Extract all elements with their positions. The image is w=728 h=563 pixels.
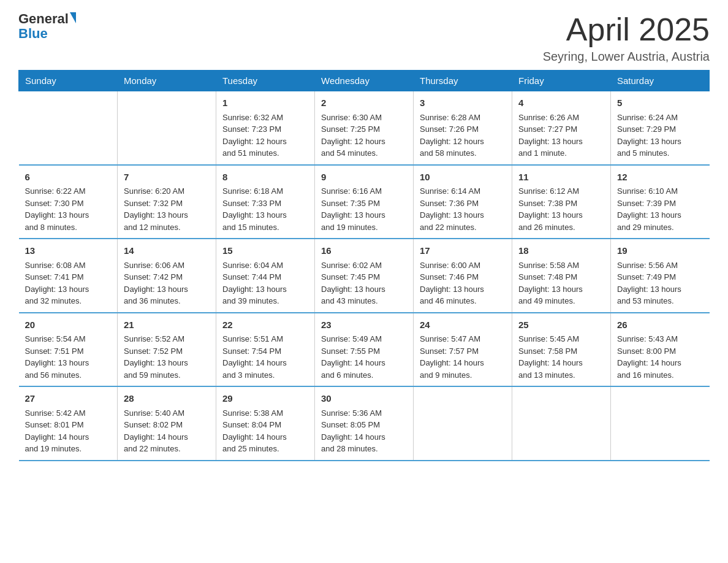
day-info: Sunrise: 5:56 AM Sunset: 7:49 PM Dayligh…	[617, 259, 703, 307]
day-info: Sunrise: 6:12 AM Sunset: 7:38 PM Dayligh…	[518, 185, 604, 233]
day-number: 4	[518, 96, 604, 110]
day-info: Sunrise: 6:02 AM Sunset: 7:45 PM Dayligh…	[321, 259, 407, 307]
calendar-table: SundayMondayTuesdayWednesdayThursdayFrid…	[18, 70, 710, 461]
header-row: SundayMondayTuesdayWednesdayThursdayFrid…	[19, 71, 710, 91]
day-info: Sunrise: 6:24 AM Sunset: 7:29 PM Dayligh…	[617, 112, 703, 159]
calendar-cell: 23Sunrise: 5:49 AM Sunset: 7:55 PM Dayli…	[315, 313, 414, 387]
day-info: Sunrise: 6:20 AM Sunset: 7:32 PM Dayligh…	[124, 185, 210, 233]
calendar-cell: 22Sunrise: 5:51 AM Sunset: 7:54 PM Dayli…	[216, 313, 315, 387]
day-info: Sunrise: 5:47 AM Sunset: 7:57 PM Dayligh…	[420, 333, 506, 381]
header-day-tuesday: Tuesday	[216, 71, 315, 91]
day-info: Sunrise: 5:42 AM Sunset: 8:01 PM Dayligh…	[25, 407, 112, 455]
calendar-cell: 19Sunrise: 5:56 AM Sunset: 7:49 PM Dayli…	[611, 239, 710, 313]
day-info: Sunrise: 5:54 AM Sunset: 7:51 PM Dayligh…	[25, 333, 112, 381]
day-info: Sunrise: 5:49 AM Sunset: 7:55 PM Dayligh…	[321, 333, 407, 381]
day-number: 12	[617, 170, 703, 185]
month-title: April 2025	[543, 12, 710, 47]
calendar-cell: 24Sunrise: 5:47 AM Sunset: 7:57 PM Dayli…	[414, 313, 512, 387]
calendar-cell: 21Sunrise: 5:52 AM Sunset: 7:52 PM Dayli…	[118, 313, 216, 387]
day-number: 11	[518, 170, 604, 185]
calendar-cell: 17Sunrise: 6:00 AM Sunset: 7:46 PM Dayli…	[414, 239, 512, 313]
day-info: Sunrise: 6:14 AM Sunset: 7:36 PM Dayligh…	[420, 185, 506, 233]
calendar-cell: 12Sunrise: 6:10 AM Sunset: 7:39 PM Dayli…	[611, 165, 710, 239]
day-info: Sunrise: 6:22 AM Sunset: 7:30 PM Dayligh…	[25, 185, 112, 233]
day-info: Sunrise: 6:00 AM Sunset: 7:46 PM Dayligh…	[420, 259, 506, 307]
calendar-cell	[414, 386, 512, 461]
calendar-cell: 5Sunrise: 6:24 AM Sunset: 7:29 PM Daylig…	[611, 91, 710, 165]
week-row-4: 20Sunrise: 5:54 AM Sunset: 7:51 PM Dayli…	[19, 313, 710, 387]
day-number: 21	[124, 318, 210, 332]
header-day-monday: Monday	[118, 71, 216, 91]
day-info: Sunrise: 5:52 AM Sunset: 7:52 PM Dayligh…	[124, 333, 210, 381]
day-info: Sunrise: 5:40 AM Sunset: 8:02 PM Dayligh…	[124, 407, 210, 455]
day-info: Sunrise: 5:36 AM Sunset: 8:05 PM Dayligh…	[321, 407, 407, 455]
page-header: General Blue April 2025 Seyring, Lower A…	[18, 12, 710, 64]
week-row-2: 6Sunrise: 6:22 AM Sunset: 7:30 PM Daylig…	[19, 165, 710, 239]
day-info: Sunrise: 5:38 AM Sunset: 8:04 PM Dayligh…	[222, 407, 308, 455]
day-number: 9	[321, 170, 407, 185]
day-number: 16	[321, 244, 407, 258]
day-number: 24	[420, 318, 506, 332]
day-info: Sunrise: 5:58 AM Sunset: 7:48 PM Dayligh…	[518, 259, 604, 307]
day-info: Sunrise: 5:51 AM Sunset: 7:54 PM Dayligh…	[222, 333, 308, 381]
header-day-sunday: Sunday	[19, 71, 118, 91]
day-number: 8	[222, 170, 308, 185]
week-row-1: 1Sunrise: 6:32 AM Sunset: 7:23 PM Daylig…	[19, 91, 710, 165]
day-info: Sunrise: 6:04 AM Sunset: 7:44 PM Dayligh…	[222, 259, 308, 307]
calendar-cell: 8Sunrise: 6:18 AM Sunset: 7:33 PM Daylig…	[216, 165, 315, 239]
logo-triangle-icon	[70, 12, 76, 23]
calendar-cell: 20Sunrise: 5:54 AM Sunset: 7:51 PM Dayli…	[19, 313, 118, 387]
day-info: Sunrise: 6:06 AM Sunset: 7:42 PM Dayligh…	[124, 259, 210, 307]
day-info: Sunrise: 6:30 AM Sunset: 7:25 PM Dayligh…	[321, 112, 407, 159]
day-number: 26	[617, 318, 703, 332]
day-number: 15	[222, 244, 308, 258]
calendar-cell	[118, 91, 216, 165]
day-number: 5	[617, 96, 703, 110]
day-info: Sunrise: 5:43 AM Sunset: 8:00 PM Dayligh…	[617, 333, 703, 381]
calendar-cell: 29Sunrise: 5:38 AM Sunset: 8:04 PM Dayli…	[216, 386, 315, 461]
calendar-cell: 18Sunrise: 5:58 AM Sunset: 7:48 PM Dayli…	[512, 239, 611, 313]
day-info: Sunrise: 6:28 AM Sunset: 7:26 PM Dayligh…	[420, 112, 506, 159]
day-number: 13	[25, 244, 112, 258]
day-info: Sunrise: 5:45 AM Sunset: 7:58 PM Dayligh…	[518, 333, 604, 381]
calendar-cell: 14Sunrise: 6:06 AM Sunset: 7:42 PM Dayli…	[118, 239, 216, 313]
day-number: 7	[124, 170, 210, 185]
header-day-thursday: Thursday	[414, 71, 512, 91]
header-day-friday: Friday	[512, 71, 611, 91]
calendar-cell: 1Sunrise: 6:32 AM Sunset: 7:23 PM Daylig…	[216, 91, 315, 165]
calendar-cell: 11Sunrise: 6:12 AM Sunset: 7:38 PM Dayli…	[512, 165, 611, 239]
day-number: 23	[321, 318, 407, 332]
calendar-cell	[512, 386, 611, 461]
header-day-wednesday: Wednesday	[315, 71, 414, 91]
day-number: 27	[25, 392, 112, 406]
day-info: Sunrise: 6:16 AM Sunset: 7:35 PM Dayligh…	[321, 185, 407, 233]
calendar-cell: 26Sunrise: 5:43 AM Sunset: 8:00 PM Dayli…	[611, 313, 710, 387]
calendar-cell: 27Sunrise: 5:42 AM Sunset: 8:01 PM Dayli…	[19, 386, 118, 461]
calendar-cell: 15Sunrise: 6:04 AM Sunset: 7:44 PM Dayli…	[216, 239, 315, 313]
day-number: 3	[420, 96, 506, 110]
calendar-cell: 7Sunrise: 6:20 AM Sunset: 7:32 PM Daylig…	[118, 165, 216, 239]
day-number: 25	[518, 318, 604, 332]
calendar-cell: 13Sunrise: 6:08 AM Sunset: 7:41 PM Dayli…	[19, 239, 118, 313]
week-row-5: 27Sunrise: 5:42 AM Sunset: 8:01 PM Dayli…	[19, 386, 710, 461]
calendar-cell: 3Sunrise: 6:28 AM Sunset: 7:26 PM Daylig…	[414, 91, 512, 165]
week-row-3: 13Sunrise: 6:08 AM Sunset: 7:41 PM Dayli…	[19, 239, 710, 313]
calendar-body: 1Sunrise: 6:32 AM Sunset: 7:23 PM Daylig…	[19, 91, 710, 461]
calendar-cell: 6Sunrise: 6:22 AM Sunset: 7:30 PM Daylig…	[19, 165, 118, 239]
day-number: 28	[124, 392, 210, 406]
day-info: Sunrise: 6:08 AM Sunset: 7:41 PM Dayligh…	[25, 259, 112, 307]
calendar-cell	[611, 386, 710, 461]
day-number: 14	[124, 244, 210, 258]
logo: General Blue	[18, 12, 76, 42]
day-info: Sunrise: 6:18 AM Sunset: 7:33 PM Dayligh…	[222, 185, 308, 233]
day-number: 20	[25, 318, 112, 332]
calendar-cell: 2Sunrise: 6:30 AM Sunset: 7:25 PM Daylig…	[315, 91, 414, 165]
logo-general-text: General	[18, 12, 69, 26]
location-subtitle: Seyring, Lower Austria, Austria	[543, 50, 710, 64]
day-number: 29	[222, 392, 308, 406]
calendar-cell: 28Sunrise: 5:40 AM Sunset: 8:02 PM Dayli…	[118, 386, 216, 461]
calendar-cell	[19, 91, 118, 165]
calendar-cell: 30Sunrise: 5:36 AM Sunset: 8:05 PM Dayli…	[315, 386, 414, 461]
day-number: 17	[420, 244, 506, 258]
day-number: 6	[25, 170, 112, 185]
